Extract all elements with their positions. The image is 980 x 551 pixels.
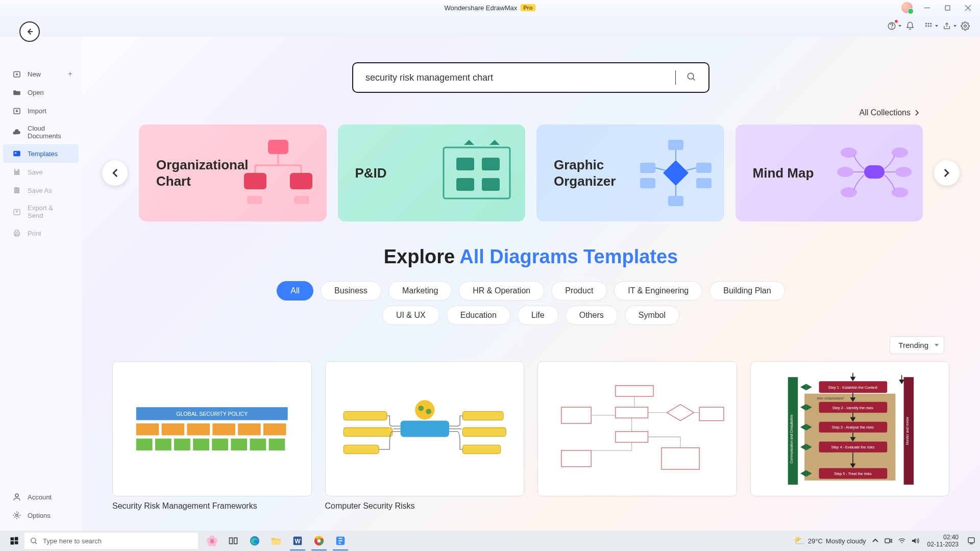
- folder-icon: [12, 88, 21, 97]
- filter-pill-others[interactable]: Others: [566, 306, 618, 325]
- window-maximize-button[interactable]: [938, 1, 957, 15]
- carousel-prev-button[interactable]: [102, 160, 128, 186]
- svg-rect-91: [699, 407, 724, 421]
- filter-pill-ui[interactable]: UI & UX: [382, 306, 439, 325]
- svg-rect-20: [15, 169, 18, 171]
- pid-illustration-icon: [438, 137, 515, 209]
- search-icon[interactable]: [686, 71, 696, 84]
- taskbar-taskview-icon[interactable]: [224, 531, 243, 550]
- share-icon[interactable]: [941, 20, 952, 32]
- category-card-org-chart[interactable]: Organizational Chart: [139, 124, 327, 221]
- sidebar-item-templates[interactable]: Templates: [3, 144, 79, 163]
- plus-icon[interactable]: +: [68, 69, 72, 79]
- search-box[interactable]: [352, 62, 709, 93]
- template-card[interactable]: Step 1 - Establish the Context Step 2 - …: [750, 361, 950, 511]
- svg-point-79: [418, 406, 424, 411]
- filter-pill-it[interactable]: IT & Engineering: [614, 281, 702, 300]
- filter-pill-marketing[interactable]: Marketing: [388, 281, 452, 300]
- secondary-toolbar: [0, 15, 980, 37]
- search-input[interactable]: [365, 72, 671, 83]
- taskbar-clock[interactable]: 02:40 02-11-2023: [927, 534, 959, 548]
- sidebar-item-import[interactable]: Import: [0, 102, 82, 120]
- svg-point-131: [317, 539, 321, 542]
- taskbar-word-icon[interactable]: W: [288, 531, 307, 550]
- volume-icon[interactable]: [911, 537, 919, 545]
- org-chart-illustration-icon: [240, 137, 316, 209]
- taskbar-weather[interactable]: ⛅ 29°C Mostly cloudy: [794, 535, 866, 546]
- chevron-up-icon[interactable]: [871, 537, 879, 545]
- svg-rect-11: [930, 26, 932, 27]
- svg-rect-69: [136, 439, 153, 450]
- svg-rect-72: [193, 439, 209, 450]
- sidebar-item-options[interactable]: Options: [0, 506, 82, 524]
- apps-grid-icon[interactable]: [923, 20, 934, 32]
- svg-rect-44: [668, 140, 683, 150]
- template-card[interactable]: GLOBAL SECURITY POLICY Security Risk Man…: [112, 361, 312, 511]
- filter-pill-education[interactable]: Education: [447, 306, 510, 325]
- svg-point-25: [15, 494, 18, 497]
- svg-rect-92: [616, 432, 648, 442]
- help-icon[interactable]: [886, 20, 897, 32]
- svg-point-78: [415, 400, 434, 419]
- settings-gear-icon[interactable]: [960, 20, 971, 32]
- cloud-icon: [12, 128, 21, 137]
- template-card[interactable]: Computer Security Risks: [325, 361, 525, 511]
- svg-rect-35: [290, 173, 312, 189]
- bell-icon[interactable]: [904, 20, 916, 32]
- svg-rect-83: [344, 445, 379, 454]
- category-card-mind-map[interactable]: Mind Map: [736, 124, 923, 221]
- filter-pill-life[interactable]: Life: [518, 306, 558, 325]
- sidebar-item-cloud[interactable]: Cloud Documents: [0, 120, 82, 144]
- category-card-pid[interactable]: P&ID: [338, 124, 526, 221]
- filter-pill-building[interactable]: Building Plan: [709, 281, 785, 300]
- system-tray[interactable]: [871, 537, 919, 545]
- window-close-button[interactable]: [959, 1, 977, 15]
- template-thumbnail: GLOBAL SECURITY POLICY: [112, 361, 312, 496]
- svg-point-121: [31, 538, 36, 543]
- svg-point-80: [426, 409, 431, 414]
- svg-rect-67: [238, 423, 261, 435]
- svg-rect-42: [482, 178, 500, 191]
- carousel-next-button[interactable]: [934, 160, 960, 186]
- sidebar-item-label: Templates: [28, 150, 58, 158]
- taskbar-explorer-icon[interactable]: [266, 531, 286, 550]
- graphic-organizer-illustration-icon: [638, 137, 714, 209]
- notifications-icon[interactable]: [967, 536, 976, 545]
- svg-rect-124: [234, 538, 237, 544]
- meet-now-icon[interactable]: [885, 537, 893, 545]
- window-minimize-button[interactable]: [918, 1, 936, 15]
- sidebar-item-new[interactable]: New +: [0, 65, 82, 83]
- svg-rect-10: [928, 26, 929, 27]
- filter-pill-hr[interactable]: HR & Operation: [459, 281, 544, 300]
- taskbar-edge-icon[interactable]: [245, 531, 264, 550]
- filter-pill-all[interactable]: All: [277, 281, 313, 300]
- user-avatar[interactable]: [901, 2, 913, 13]
- svg-point-5: [892, 28, 892, 28]
- svg-rect-86: [462, 445, 500, 454]
- sidebar-item-save: Save: [0, 163, 82, 181]
- wifi-icon[interactable]: [898, 537, 906, 545]
- save-icon: [12, 167, 21, 177]
- all-collections-link[interactable]: All Collections: [112, 108, 920, 117]
- back-button[interactable]: [19, 21, 40, 42]
- svg-rect-37: [294, 196, 309, 204]
- sidebar-item-open[interactable]: Open: [0, 83, 82, 102]
- category-title: Mind Map: [753, 165, 814, 182]
- start-button[interactable]: [4, 531, 24, 551]
- svg-marker-90: [667, 405, 694, 421]
- category-card-graphic-organizer[interactable]: Graphic Organizer: [536, 124, 724, 221]
- plus-box-icon: [12, 69, 21, 79]
- taskbar-chrome-icon[interactable]: [309, 531, 329, 550]
- taskbar-edraw-icon[interactable]: [331, 531, 350, 550]
- filter-pill-symbol[interactable]: Symbol: [625, 306, 679, 325]
- sort-select[interactable]: Trending: [890, 336, 944, 354]
- sidebar-item-label: Open: [28, 89, 44, 96]
- template-card[interactable]: [537, 361, 737, 511]
- sidebar-item-label: Print: [28, 230, 41, 237]
- sidebar-item-account[interactable]: Account: [0, 488, 82, 506]
- taskbar-news-icon[interactable]: 🌸: [202, 531, 222, 550]
- filter-pill-product[interactable]: Product: [551, 281, 607, 300]
- taskbar-search[interactable]: Type here to search: [24, 533, 198, 549]
- svg-rect-81: [344, 412, 387, 420]
- filter-pill-business[interactable]: Business: [321, 281, 381, 300]
